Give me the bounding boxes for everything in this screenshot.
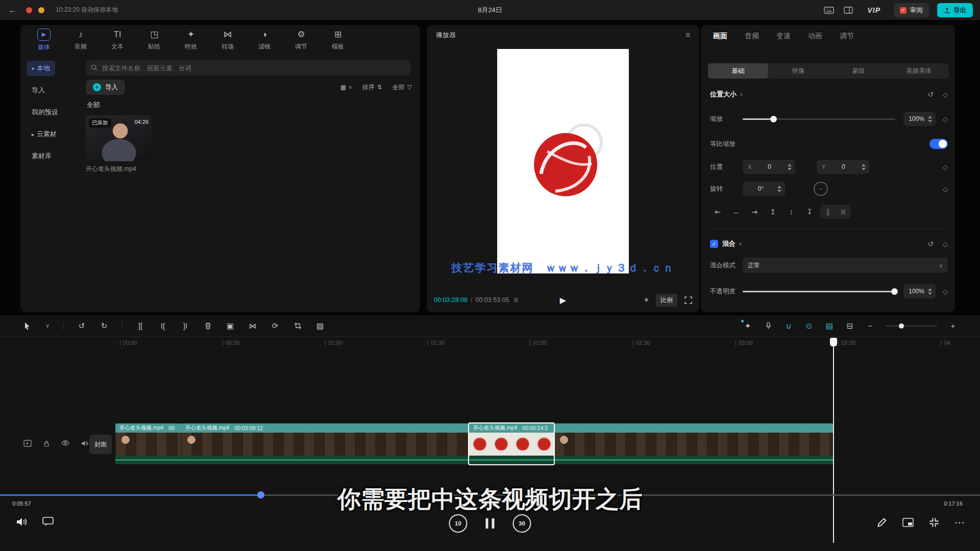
- opacity-value-box[interactable]: 100%: [903, 284, 936, 298]
- mini-player-icon[interactable]: [902, 518, 914, 527]
- step-down-icon[interactable]: [928, 120, 932, 122]
- search-input[interactable]: [101, 60, 404, 77]
- timeline-clip-2[interactable]: 开心老头视频.mp4 00:03:09:12: [181, 423, 469, 464]
- tab-adjust[interactable]: ⚙ 调节: [283, 29, 320, 51]
- export-button[interactable]: 导出: [937, 3, 973, 17]
- sort-button[interactable]: 排序 ⇅: [362, 83, 382, 92]
- opacity-slider-knob[interactable]: [891, 288, 898, 295]
- subtab-beauty[interactable]: 美颜美体: [889, 63, 949, 79]
- align-center-h-icon[interactable]: ↔: [728, 205, 744, 219]
- more-options-icon[interactable]: ⋯: [954, 516, 965, 529]
- uniform-scale-toggle[interactable]: [929, 139, 948, 149]
- sidebar-item-local[interactable]: ▾ 本地: [27, 61, 55, 76]
- timeline-clip-4[interactable]: [554, 423, 833, 464]
- tab-picture[interactable]: 画面: [713, 32, 727, 41]
- keyframe-scale-icon[interactable]: ◇: [943, 115, 948, 123]
- rewind-10-button[interactable]: 10: [449, 514, 468, 533]
- sidebar-item-cloud[interactable]: ▸ 云素材: [27, 127, 62, 142]
- vip-badge[interactable]: VIP: [862, 5, 886, 15]
- trim-right-icon[interactable]: ]I: [181, 321, 190, 330]
- rotate-icon[interactable]: ⟳: [271, 321, 280, 331]
- step-up-icon[interactable]: [777, 186, 781, 188]
- trim-left-icon[interactable]: I[: [158, 321, 167, 330]
- align-top-icon[interactable]: ↥: [765, 205, 780, 219]
- align-center-v-icon[interactable]: ↕: [783, 205, 799, 219]
- keyframe-position-icon[interactable]: ◇: [943, 163, 948, 171]
- align-left-icon[interactable]: ⇤: [710, 205, 725, 219]
- record-voice-icon[interactable]: [764, 321, 773, 330]
- timeline-clip-3-selected[interactable]: 开心老头视频.mp4 00:00:24:2: [469, 423, 554, 464]
- zoom-knob[interactable]: [899, 323, 904, 329]
- tab-media[interactable]: ▶ 媒体: [26, 29, 62, 52]
- reset-blend-icon[interactable]: ↺: [927, 240, 934, 248]
- overlap-mode-icon[interactable]: ⊟: [845, 321, 854, 331]
- timeline-zoom-slider[interactable]: [886, 325, 937, 327]
- chroma-key-icon[interactable]: ▨: [315, 321, 325, 331]
- tab-filter[interactable]: ◑ 滤镜: [246, 29, 283, 51]
- position-y-box[interactable]: Y 0: [817, 160, 869, 174]
- tab-prop-adjust[interactable]: 调节: [840, 32, 854, 41]
- collapse-icon[interactable]: ∧: [739, 241, 742, 246]
- tab-template[interactable]: ⊞ 模板: [320, 29, 356, 51]
- clip-duration-icon[interactable]: ≣: [513, 296, 519, 304]
- subtitle-toggle-icon[interactable]: [42, 516, 54, 528]
- fullscreen-icon[interactable]: [684, 296, 692, 304]
- tab-sticker[interactable]: ◳ 贴纸: [136, 29, 173, 51]
- media-item-card[interactable]: 已添加 04:26 开心老头视频.mp4: [86, 115, 152, 173]
- redo-icon[interactable]: ↻: [100, 321, 109, 331]
- tab-speed[interactable]: 变速: [776, 32, 791, 41]
- freeze-frame-icon[interactable]: ▣: [226, 321, 235, 331]
- keyframe-blend-icon[interactable]: ◇: [943, 240, 948, 248]
- distribute-v-icon[interactable]: ≣: [836, 205, 851, 219]
- annotate-pencil-icon[interactable]: [877, 517, 887, 528]
- rotation-value-box[interactable]: 0°: [743, 182, 785, 196]
- delete-icon[interactable]: [203, 322, 212, 330]
- position-x-box[interactable]: X 0: [743, 160, 795, 174]
- play-button[interactable]: ▶: [560, 295, 566, 305]
- blend-mode-select[interactable]: 正常 ∨: [743, 258, 948, 273]
- playhead-handle[interactable]: [830, 338, 837, 346]
- scale-slider-knob[interactable]: [770, 116, 777, 122]
- video-preview[interactable]: [497, 49, 629, 273]
- tab-animation[interactable]: 动画: [808, 32, 822, 41]
- track-mute-icon[interactable]: [81, 440, 88, 447]
- sidebar-item-presets[interactable]: 我的预设: [27, 105, 63, 120]
- keyframe-opacity-icon[interactable]: ◇: [943, 288, 948, 295]
- import-button[interactable]: + 导入: [86, 80, 125, 95]
- view-mode-button[interactable]: ▦ ∨: [340, 84, 352, 91]
- step-down-icon[interactable]: [862, 168, 866, 170]
- undo-icon[interactable]: ↺: [77, 321, 86, 331]
- zoom-in-icon[interactable]: +: [948, 321, 958, 330]
- tab-transition[interactable]: ⋈ 转场: [209, 29, 246, 51]
- tab-text[interactable]: TI 文本: [99, 29, 136, 51]
- split-icon[interactable]: ][: [136, 321, 145, 330]
- select-tool-icon[interactable]: [22, 322, 32, 330]
- tab-audio[interactable]: ♪ 音频: [62, 29, 99, 51]
- focus-frame-icon[interactable]: ⌖: [644, 295, 649, 305]
- step-up-icon[interactable]: [788, 164, 792, 166]
- shortcut-keyboard-icon[interactable]: [823, 6, 835, 15]
- filter-button[interactable]: 全部 ▽: [393, 83, 412, 92]
- sidebar-item-library[interactable]: 素材库: [27, 148, 57, 164]
- track-visibility-icon[interactable]: [61, 440, 69, 447]
- timeline-clip-1[interactable]: 开心老头视频.mp4 00: [115, 423, 181, 464]
- ratio-button[interactable]: 比例: [656, 294, 677, 307]
- exit-fullscreen-icon[interactable]: [929, 517, 939, 528]
- select-tool-chevron-icon[interactable]: ∨: [45, 322, 50, 329]
- rotation-dial[interactable]: −: [814, 182, 828, 196]
- main-track-magnet-icon[interactable]: ∪: [784, 321, 793, 331]
- reset-transform-icon[interactable]: ↺: [927, 90, 934, 98]
- opacity-slider[interactable]: [743, 291, 895, 292]
- review-button[interactable]: ✓ 审阅: [894, 3, 929, 17]
- cover-button[interactable]: 封面: [89, 435, 112, 454]
- scale-slider[interactable]: [743, 118, 895, 120]
- pause-button[interactable]: [486, 518, 495, 529]
- step-down-icon[interactable]: [788, 168, 792, 170]
- back-icon[interactable]: ←: [8, 5, 17, 15]
- sidebar-item-import[interactable]: 导入: [27, 83, 50, 98]
- align-right-icon[interactable]: ⇥: [747, 205, 762, 219]
- keyframe-transform-icon[interactable]: ◇: [943, 91, 948, 98]
- collapse-icon[interactable]: ∧: [740, 92, 743, 97]
- track-thumbnail-toggle-icon[interactable]: [23, 440, 32, 447]
- subtab-basic[interactable]: 基础: [708, 63, 768, 79]
